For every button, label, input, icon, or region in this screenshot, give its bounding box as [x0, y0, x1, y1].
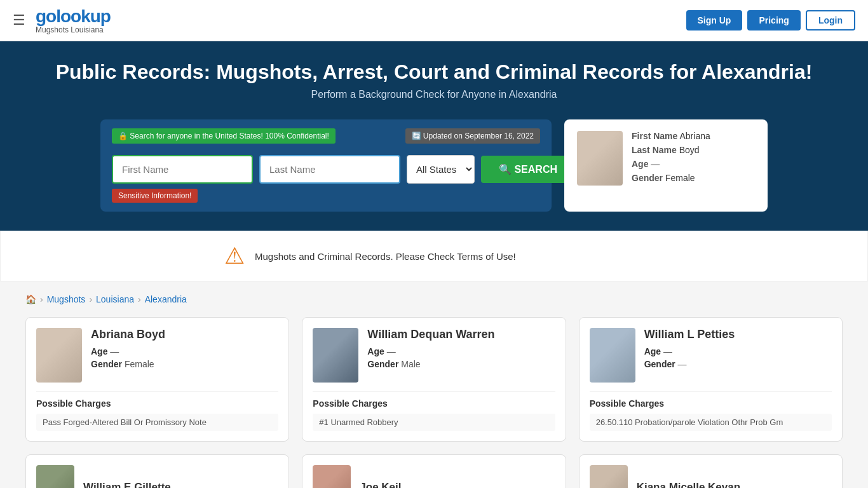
person-thumbnail — [36, 465, 74, 488]
person-card[interactable]: Kiana Micelle Kevan — [579, 454, 843, 488]
signup-button[interactable]: Sign Up — [686, 10, 743, 30]
person-age: Age — — [644, 346, 832, 356]
charge-text: #1 Unarmed Robbery — [313, 414, 555, 431]
person-card[interactable]: William L Petties Age — Gender — Possibl… — [579, 317, 843, 442]
person-thumbnail — [313, 465, 351, 488]
profile-last-name: Last Name Boyd — [632, 145, 755, 155]
warning-inner: ⚠ Mugshots and Criminal Records. Please … — [212, 231, 656, 281]
update-notice: 🔄 Updated on September 16, 2022 — [405, 128, 540, 144]
breadcrumb-alexandria[interactable]: Alexandria — [145, 294, 187, 304]
hamburger-menu-icon[interactable]: ☰ — [13, 12, 25, 29]
last-name-label: Last Name — [632, 145, 677, 155]
state-select[interactable]: All States Alabama Louisiana Texas — [407, 155, 475, 184]
person-name: William L Petties — [644, 328, 832, 341]
person-thumbnail — [590, 465, 628, 488]
first-name-label: First Name — [632, 131, 677, 141]
charges-label: Possible Charges — [313, 391, 555, 414]
sensitive-label: Sensitive Information! — [112, 189, 198, 203]
gender-value: Female — [665, 173, 695, 183]
person-card[interactable]: Joe Keil — [302, 454, 566, 488]
person-card[interactable]: William E Gillette — [25, 454, 289, 488]
content-area: 🏠 › Mugshots › Louisiana › Alexandria Ab… — [0, 281, 868, 488]
logo-area: golookup Mugshots Louisiana — [36, 6, 111, 34]
person-card-top: Abriana Boyd Age — Gender Female — [36, 328, 278, 383]
profile-gender: Gender Female — [632, 173, 755, 183]
warning-text: Mugshots and Criminal Records. Please Ch… — [255, 251, 516, 262]
person-name: Kiana Micelle Kevan — [637, 481, 740, 488]
login-button[interactable]: Login — [806, 10, 855, 30]
page-title: Public Records: Mugshots, Arrest, Court … — [13, 60, 855, 84]
breadcrumb-mugshots[interactable]: Mugshots — [47, 294, 86, 304]
first-name-value: Abriana — [679, 131, 710, 141]
last-name-input[interactable] — [259, 155, 400, 184]
warning-bar: ⚠ Mugshots and Criminal Records. Please … — [0, 231, 868, 281]
age-value: — — [651, 159, 660, 169]
person-gender: Gender Female — [91, 359, 278, 369]
person-info: William Dequan Warren Age — Gender Male — [367, 328, 555, 383]
person-gender: Gender — — [644, 359, 832, 369]
person-card-top: William Dequan Warren Age — Gender Male — [313, 328, 555, 383]
warning-icon: ⚠ — [224, 243, 245, 269]
profile-info: First Name Abriana Last Name Boyd Age — … — [632, 131, 755, 187]
hero-subtitle: Perform a Background Check for Anyone in… — [13, 89, 855, 100]
person-name: William E Gillette — [83, 481, 171, 488]
gender-label: Gender — [632, 173, 663, 183]
breadcrumb-sep-2: › — [89, 294, 92, 304]
hero-section: Public Records: Mugshots, Arrest, Court … — [0, 41, 868, 113]
header: ☰ golookup Mugshots Louisiana Sign Up Pr… — [0, 0, 868, 41]
charge-text: 26.50.110 Probation/parole Violation Oth… — [590, 414, 832, 431]
charge-text: Pass Forged-Altered Bill Or Promissory N… — [36, 414, 278, 431]
person-info: William L Petties Age — Gender — — [644, 328, 832, 383]
breadcrumb-sep-1: › — [40, 294, 43, 304]
first-name-input[interactable] — [112, 155, 253, 184]
person-thumbnail — [36, 328, 82, 383]
person-name: Abriana Boyd — [91, 328, 278, 341]
person-age: Age — — [91, 346, 278, 356]
cards-grid-bottom: William E Gillette Joe Keil Kiana Micell… — [25, 454, 843, 488]
breadcrumb-louisiana[interactable]: Louisiana — [96, 294, 134, 304]
logo[interactable]: golookup — [36, 6, 111, 27]
search-notices: 🔒 Search for anyone in the United States… — [112, 128, 540, 149]
person-gender: Gender Male — [367, 359, 555, 369]
search-inputs: All States Alabama Louisiana Texas 🔍 SEA… — [112, 155, 540, 184]
profile-first-name: First Name Abriana — [632, 131, 755, 141]
person-card[interactable]: Abriana Boyd Age — Gender Female Possibl… — [25, 317, 289, 442]
pricing-button[interactable]: Pricing — [747, 10, 800, 30]
search-container: 🔒 Search for anyone in the United States… — [0, 113, 868, 231]
person-thumbnail — [313, 328, 358, 383]
profile-card: First Name Abriana Last Name Boyd Age — … — [564, 119, 768, 212]
breadcrumb-home[interactable]: 🏠 — [25, 294, 36, 304]
breadcrumb: 🏠 › Mugshots › Louisiana › Alexandria — [25, 294, 843, 304]
confidential-notice: 🔒 Search for anyone in the United States… — [112, 128, 336, 144]
person-card[interactable]: William Dequan Warren Age — Gender Male … — [302, 317, 566, 442]
cards-grid: Abriana Boyd Age — Gender Female Possibl… — [25, 317, 843, 442]
person-age: Age — — [367, 346, 555, 356]
person-name: Joe Keil — [360, 481, 401, 488]
profile-age: Age — — [632, 159, 755, 169]
breadcrumb-sep-3: › — [138, 294, 141, 304]
person-info: Abriana Boyd Age — Gender Female — [91, 328, 278, 383]
charges-label: Possible Charges — [36, 391, 278, 414]
profile-avatar — [577, 131, 623, 186]
header-nav: Sign Up Pricing Login — [686, 10, 855, 30]
age-label: Age — [632, 159, 648, 169]
person-thumbnail — [590, 328, 635, 383]
last-name-value: Boyd — [679, 145, 700, 155]
search-button[interactable]: 🔍 SEARCH — [481, 156, 575, 183]
search-box: 🔒 Search for anyone in the United States… — [100, 119, 552, 212]
person-card-top: William L Petties Age — Gender — — [590, 328, 832, 383]
charges-label: Possible Charges — [590, 391, 832, 414]
person-name: William Dequan Warren — [367, 328, 555, 341]
logo-subtitle: Mugshots Louisiana — [36, 25, 104, 34]
